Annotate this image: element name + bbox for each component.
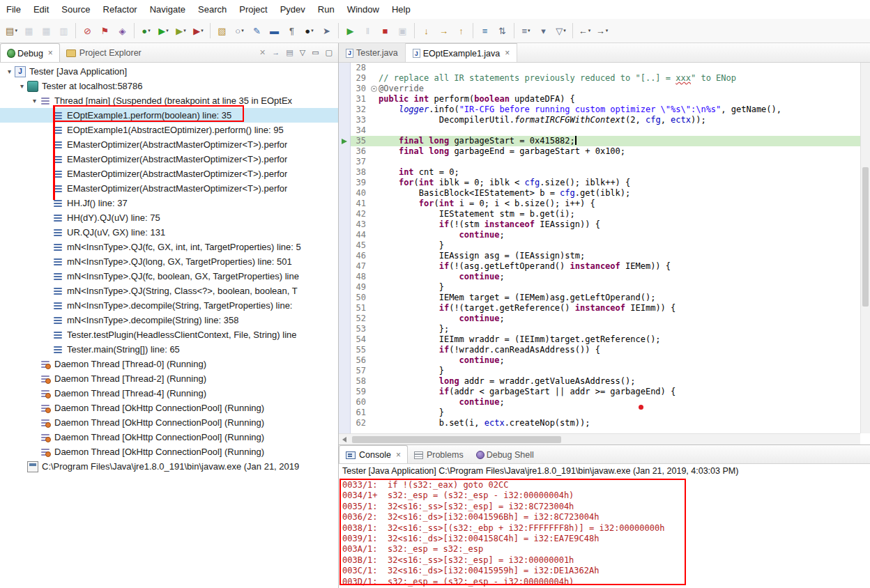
editor-line-59[interactable]: 59 if(addr < garbageStart || addr >= gar… [351,387,860,397]
menu-navigate[interactable]: Navigate [144,0,192,19]
debug-button[interactable]: ●▾ [138,22,154,40]
step-into-button[interactable]: ↓ [418,22,434,40]
dropdown-arrow-icon[interactable]: ▾ [528,28,531,33]
debug-tree-item[interactable]: Tester.testPlugin(HeadlessClientContext,… [0,327,338,342]
resume-button[interactable]: ▶ [342,22,358,40]
debug-tree-item[interactable]: EMasterOptimizer(AbstractMasterOptimizer… [0,152,338,167]
pointer-mode-button[interactable]: ➤ [319,22,335,40]
skip-all-breakpoints-button[interactable]: ⊘ [79,22,96,40]
debug-tree-item[interactable]: mN<InsnType>.QJ(String, Class<?>, boolea… [0,284,338,298]
editor-line-44[interactable]: 44 continue; [351,230,860,240]
editor-line-37[interactable]: 37 [351,157,860,167]
fold-collapse-icon[interactable] [369,84,379,94]
editor-line-50[interactable]: 50 IEMem target = (IEMem)asg.getLeftOper… [351,293,860,303]
debug-tree-item[interactable]: C:\Program Files\Java\jre1.8.0_191\bin\j… [0,459,338,474]
editor-line-56[interactable]: 56 continue; [351,355,860,366]
vscroll-thumb[interactable] [862,167,869,307]
minimize-view-icon[interactable]: ▭ [312,49,319,56]
editor-line-30[interactable]: 30@Override [351,84,860,94]
debug-tree-item[interactable]: EOptExample1(AbstractEOptimizer).perform… [0,123,338,137]
editor-line-55[interactable]: 55 if(!wraddr.canReadAsAddress()) { [351,345,860,355]
view-layout-icon[interactable]: ▤ [286,49,293,56]
show-whitespace-button[interactable]: ¶ [284,22,300,40]
tab-debug[interactable]: Debug× [0,43,60,62]
coverage-button[interactable]: ▶▾ [173,22,189,40]
editor-line-54[interactable]: 54 IEImm wraddr = (IEImm)target.getRefer… [351,334,860,345]
show-debug-toolbar-icon[interactable]: → [272,49,280,56]
editor-line-51[interactable]: 51 if(!(target.getReference() instanceof… [351,303,860,314]
disconnect-button[interactable]: ▣ [395,22,411,40]
editor-area[interactable]: 2829// replace all IR statements previou… [339,63,870,444]
tab-project-explorer[interactable]: Project Explorer [60,43,148,62]
save-button[interactable]: ▦ [21,22,37,40]
editor-line-52[interactable]: 52 continue; [351,314,860,324]
debug-tree-item[interactable]: EMasterOptimizer(AbstractMasterOptimizer… [0,167,338,181]
debug-tree-item[interactable]: ▾Thread [main] (Suspended (breakpoint at… [0,93,338,108]
debug-tree-item[interactable]: ▾Tester [Java Application] [0,64,338,79]
debug-tree-item[interactable]: HH(dY).QJ(uV) line: 75 [0,210,338,225]
editor-line-31[interactable]: 31public int perform(boolean updateDFA) … [351,94,860,105]
close-icon[interactable]: × [505,49,510,57]
editor-line-57[interactable]: 57 } [351,366,860,376]
debug-tree-item[interactable]: mN<InsnType>.decompile(String, TargetPro… [0,298,338,313]
menu-pydev[interactable]: Pydev [274,0,312,19]
menu-file[interactable]: File [0,0,27,19]
editor-line-48[interactable]: 48 continue; [351,272,860,282]
dropdown-arrow-icon[interactable]: ▾ [588,28,591,33]
open-search-button[interactable]: ○▾ [231,22,247,40]
debug-tree-item[interactable]: ▾Tester at localhost:58786 [0,79,338,93]
debug-tree-item[interactable]: Daemon Thread [Thread-4] (Running) [0,386,338,401]
editor-line-28[interactable]: 28 [351,63,860,73]
dropdown-arrow-icon[interactable]: ▾ [311,28,314,33]
suspend-button[interactable]: ‖ [360,22,376,40]
editor-line-29[interactable]: 29// replace all IR statements previousl… [351,73,860,84]
dropdown-arrow-icon[interactable]: ▾ [183,28,186,33]
debug-tree-item[interactable]: Daemon Thread [OkHttp ConnectionPool] (R… [0,415,338,430]
step-over-button[interactable]: → [436,22,452,40]
debug-tree-item[interactable]: Daemon Thread [Thread-2] (Running) [0,371,338,386]
editor-line-53[interactable]: 53 }; [351,324,860,334]
menu-refactor[interactable]: Refactor [97,0,144,19]
editor-line-38[interactable]: 38 int cnt = 0; [351,167,860,178]
editor-line-46[interactable]: 46 IEAssign asg = (IEAssign)stm; [351,251,860,261]
editor-line-39[interactable]: 39 for(int iblk = 0; iblk < cfg.size(); … [351,178,860,188]
tab-eoptexample1-java[interactable]: EOptExample1.java× [406,43,518,62]
tab-console[interactable]: Console× [339,445,408,463]
debug-tree-item[interactable]: mN<InsnType>.QJ(long, GX, TargetProperti… [0,254,338,269]
menu-run[interactable]: Run [312,0,341,19]
dropdown-arrow-icon[interactable]: ▾ [563,28,566,33]
editor-line-47[interactable]: 47 if(!(asg.getLeftOperand() instanceof … [351,261,860,272]
editor-line-42[interactable]: 42 IEStatement stm = b.get(i); [351,209,860,219]
editor-line-33[interactable]: 33 DecompilerUtil.formatIRCFGWithContext… [351,115,860,125]
debug-tree-item[interactable]: EMasterOptimizer(AbstractMasterOptimizer… [0,181,338,196]
editor-line-61[interactable]: 61 } [351,408,860,418]
editor-line-36[interactable]: 36 final long garbageEnd = garbageStart … [351,146,860,157]
instruction-stepping-button[interactable]: ≡ [477,22,493,40]
debug-tree-item[interactable]: mN<InsnType>.QJ(fc, boolean, GX, TargetP… [0,269,338,284]
sort-threads-button[interactable]: ≡▾ [518,22,534,40]
open-terminal-button[interactable]: ▬ [266,22,282,40]
debug-tree-item[interactable]: UR.QJ(uV, GX) line: 131 [0,225,338,240]
new-wizard-button[interactable]: ▤▾ [3,22,20,40]
expander-open-icon[interactable]: ▾ [4,68,15,75]
editor-line-32[interactable]: 32 logger.info("IR-CFG before running cu… [351,105,860,115]
debug-tree-item[interactable]: mN<InsnType>.QJ(fc, GX, int, int, Target… [0,240,338,254]
tab-tester-java[interactable]: Tester.java [339,43,406,62]
hscroll-thumb[interactable] [352,436,561,443]
forward-button[interactable]: →▾ [594,22,610,40]
editor-line-60[interactable]: 60 continue; [351,397,860,408]
debug-tree-item[interactable]: EOptExample1.perform(boolean) line: 35 [0,108,338,123]
remove-all-terminated-icon[interactable]: ✕ [259,49,266,56]
new-launch-config-button[interactable]: ◈ [114,22,130,40]
close-icon[interactable]: × [396,451,401,459]
editor-horizontal-scrollbar[interactable] [339,433,860,444]
debug-tree-item[interactable]: Daemon Thread [Thread-0] (Running) [0,357,338,371]
dropdown-arrow-icon[interactable]: ▾ [15,28,17,33]
editor-line-58[interactable]: 58 long addr = wraddr.getValueAsAddress(… [351,376,860,387]
editor-line-41[interactable]: 41 for(int i = 0; i < b.size(); i++) { [351,199,860,209]
filter-threads-button[interactable]: ▽▾ [553,22,569,40]
debug-tree-item[interactable]: Daemon Thread [OkHttp ConnectionPool] (R… [0,430,338,444]
debug-tree-item[interactable]: Tester.main(String[]) line: 65 [0,342,338,357]
use-step-filters-button[interactable]: ⇅ [494,22,510,40]
collapse-all-button[interactable]: ▾ [535,22,551,40]
